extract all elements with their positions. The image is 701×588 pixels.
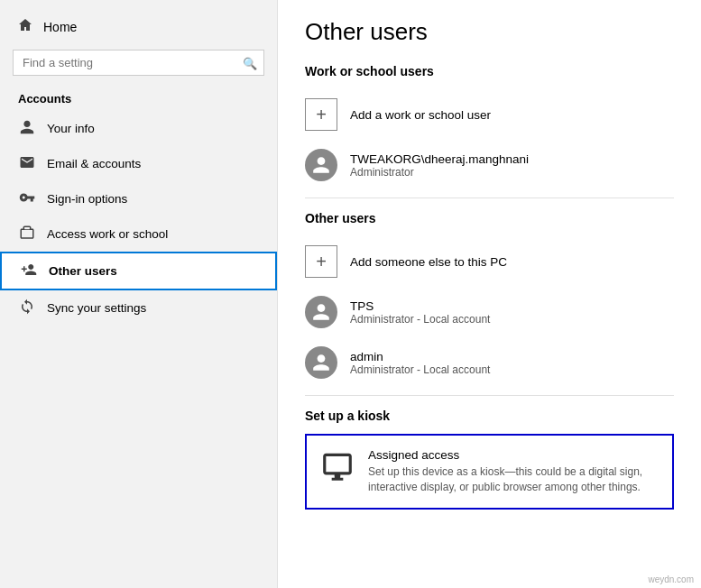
add-other-user-plus: +: [305, 245, 337, 278]
key-icon: [18, 189, 36, 208]
user-info: admin Administrator - Local account: [350, 350, 490, 376]
add-other-user-item[interactable]: + Add someone else to this PC: [305, 236, 674, 287]
email-icon: [18, 154, 36, 173]
other-user-0[interactable]: TPS Administrator - Local account: [305, 287, 674, 337]
sync-icon: [18, 299, 36, 317]
other-users-section: Other users + Add someone else to this P…: [305, 211, 674, 388]
sidebar-item-email-accounts[interactable]: Email & accounts: [0, 146, 277, 181]
other-users-title: Other users: [305, 211, 674, 225]
sidebar-item-sign-in[interactable]: Sign-in options: [0, 181, 277, 216]
main-content: Other users Work or school users + Add a…: [278, 0, 701, 588]
sidebar-item-label: Other users: [49, 264, 117, 278]
home-icon: [18, 18, 32, 35]
user-name: TPS: [350, 299, 490, 313]
work-school-title: Work or school users: [305, 64, 674, 78]
sidebar-search-container: 🔍: [13, 50, 264, 76]
sidebar-item-label: Sync your settings: [47, 301, 146, 315]
other-user-1[interactable]: admin Administrator - Local account: [305, 337, 674, 388]
user-info: TWEAKORG\dheeraj.manghnani Administrator: [350, 152, 529, 179]
user-role: Administrator: [350, 166, 529, 179]
sidebar-item-other-users[interactable]: Other users: [0, 252, 277, 290]
work-school-user-0[interactable]: TWEAKORG\dheeraj.manghnani Administrator: [305, 140, 674, 190]
sidebar-item-label: Sign-in options: [47, 192, 127, 206]
page-title: Other users: [305, 18, 674, 46]
search-icon: 🔍: [243, 56, 257, 69]
user-role: Administrator - Local account: [350, 363, 490, 376]
search-input[interactable]: [13, 50, 264, 76]
person-add-icon: [20, 262, 38, 280]
kiosk-title: Assigned access: [368, 448, 659, 462]
sidebar-item-your-info[interactable]: Your info: [0, 111, 277, 146]
kiosk-section-title: Set up a kiosk: [305, 409, 674, 423]
home-label: Home: [43, 20, 77, 34]
add-other-user-label: Add someone else to this PC: [350, 255, 507, 269]
add-work-school-plus: +: [305, 98, 337, 131]
kiosk-monitor-icon: [319, 448, 355, 484]
sidebar-section-title: Accounts: [0, 85, 277, 111]
svg-rect-0: [335, 475, 340, 477]
sidebar-item-label: Your info: [47, 122, 95, 135]
user-avatar: [305, 149, 337, 181]
kiosk-section: Set up a kiosk Assigned access Set up th…: [305, 409, 674, 510]
sidebar: Home 🔍 Accounts Your info Email & accoun…: [0, 0, 278, 588]
kiosk-description: Set up this device as a kiosk—this could…: [368, 464, 659, 495]
briefcase-icon: [18, 225, 36, 243]
user-avatar: [305, 296, 337, 328]
user-name: admin: [350, 350, 490, 363]
watermark: weydn.com: [648, 574, 694, 584]
user-name: TWEAKORG\dheeraj.manghnani: [350, 152, 529, 166]
user-info: TPS Administrator - Local account: [350, 299, 490, 326]
user-avatar: [305, 346, 337, 379]
sidebar-item-access-work[interactable]: Access work or school: [0, 216, 277, 252]
kiosk-text: Assigned access Set up this device as a …: [368, 448, 659, 495]
work-school-section: Work or school users + Add a work or sch…: [305, 64, 674, 190]
person-icon: [18, 119, 36, 138]
divider-2: [305, 395, 674, 396]
user-role: Administrator - Local account: [350, 313, 490, 326]
sidebar-item-label: Access work or school: [47, 227, 168, 241]
add-work-school-label: Add a work or school user: [350, 108, 491, 122]
divider-1: [305, 198, 674, 198]
sidebar-item-sync-settings[interactable]: Sync your settings: [0, 290, 277, 326]
kiosk-assigned-access[interactable]: Assigned access Set up this device as a …: [305, 434, 674, 510]
add-work-school-item[interactable]: + Add a work or school user: [305, 89, 674, 140]
sidebar-home[interactable]: Home: [0, 9, 277, 44]
sidebar-item-label: Email & accounts: [47, 157, 141, 170]
